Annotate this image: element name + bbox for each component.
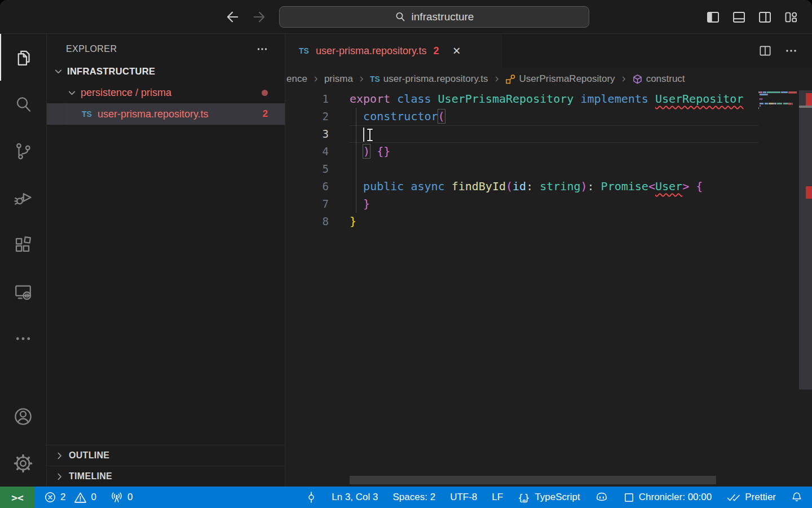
vscode-window: infrastructure xyxy=(0,0,812,508)
radio-tower-icon xyxy=(110,491,123,504)
error-marker xyxy=(806,186,812,199)
breadcrumb[interactable]: enceprismaTSuser-prisma.repository.tsUse… xyxy=(285,68,812,90)
class-symbol-icon xyxy=(505,74,516,85)
chevron-down-icon xyxy=(67,88,77,98)
breadcrumb-separator-icon xyxy=(312,75,320,83)
warning-icon xyxy=(74,491,87,504)
tree-indent-guide xyxy=(67,103,67,125)
tree-file-user-prisma-repository[interactable]: TS user-prisma.repository.ts 2 xyxy=(47,103,285,125)
file-label: user-prisma.repository.ts xyxy=(98,108,209,120)
extensions-icon[interactable] xyxy=(0,221,46,268)
typescript-file-icon: TS xyxy=(299,46,309,55)
tab-user-prisma-repository[interactable]: TS user-prisma.repository.ts 2 × xyxy=(285,34,502,68)
more-views-icon[interactable] xyxy=(0,315,46,362)
run-debug-icon[interactable] xyxy=(0,174,46,221)
problems-status[interactable]: 2 0 xyxy=(44,491,96,504)
encoding-status[interactable]: UTF-8 xyxy=(450,492,477,503)
chronicler-label: Chronicler: 00:00 xyxy=(639,492,712,503)
code-editor[interactable]: 12345678 export class UserPrismaReposito… xyxy=(285,90,812,487)
chevron-right-icon xyxy=(55,472,64,481)
breadcrumb-separator-icon xyxy=(620,75,628,83)
formatter-label: Prettier xyxy=(745,492,776,503)
language-label: TypeScript xyxy=(535,492,580,503)
outline-label: OUTLINE xyxy=(69,450,109,461)
mouse-ibeam-cursor xyxy=(365,128,374,142)
cursor-position-marker xyxy=(799,106,812,108)
breadcrumb-item[interactable]: ence xyxy=(286,73,307,85)
editor-group: TS user-prisma.repository.ts 2 × encepri… xyxy=(285,34,812,487)
search-value: infrastructure xyxy=(412,11,474,23)
warning-count: 0 xyxy=(91,492,96,503)
tree-root-infrastructure[interactable]: INFRASTRUCTURE xyxy=(47,60,285,82)
language-status[interactable]: {⊗} TypeScript xyxy=(518,492,580,503)
explorer-more-actions-icon[interactable] xyxy=(255,42,269,56)
command-center-search[interactable]: infrastructure xyxy=(279,6,589,28)
status-bar: >< 2 0 0 xyxy=(0,487,812,508)
typescript-file-icon: TS xyxy=(370,75,380,84)
sidebar-title: EXPLORER xyxy=(66,44,117,54)
breadcrumb-item[interactable]: UserPrismaRepository xyxy=(505,73,615,85)
chevron-right-icon xyxy=(55,451,64,461)
horizontal-scrollbar[interactable] xyxy=(350,476,716,484)
outline-section-header[interactable]: OUTLINE xyxy=(47,445,285,466)
cursor-position-status[interactable]: Ln 3, Col 3 xyxy=(305,491,378,503)
timeline-section-header[interactable]: TIMELINE xyxy=(47,466,285,487)
stop-square-icon xyxy=(623,492,635,503)
constructor-symbol-icon xyxy=(632,74,643,85)
explorer-sidebar: EXPLORER INFRASTRUCTURE persistence / pr… xyxy=(47,34,285,487)
toggle-primary-sidebar-button[interactable] xyxy=(704,8,722,26)
activity-bar xyxy=(0,34,47,487)
text-cursor xyxy=(363,128,364,142)
copilot-status[interactable] xyxy=(595,491,608,504)
overview-ruler-scrollbar[interactable] xyxy=(799,90,812,487)
breadcrumb-item[interactable]: prisma xyxy=(324,73,353,85)
timeline-label: TIMELINE xyxy=(69,471,112,481)
breadcrumb-separator-icon xyxy=(358,75,365,83)
cursor-position-label: Ln 3, Col 3 xyxy=(332,492,378,503)
title-bar: infrastructure xyxy=(0,0,812,34)
formatter-status[interactable]: Prettier xyxy=(726,491,776,503)
settings-gear-icon[interactable] xyxy=(0,440,46,487)
tab-label: user-prisma.repository.ts xyxy=(316,45,427,57)
remote-indicator[interactable]: >< xyxy=(0,487,35,508)
commit-icon xyxy=(305,491,317,503)
customize-layout-button[interactable] xyxy=(782,8,800,26)
editor-more-actions-icon[interactable] xyxy=(784,43,798,58)
chronicler-status[interactable]: Chronicler: 00:00 xyxy=(623,492,712,503)
explorer-icon[interactable] xyxy=(0,34,46,81)
navigate-forward-button[interactable] xyxy=(251,9,267,25)
folder-label: persistence / prisma xyxy=(81,87,171,99)
notifications-status[interactable] xyxy=(791,491,803,503)
file-problems-badge: 2 xyxy=(263,108,268,120)
tab-bar: TS user-prisma.repository.ts 2 × xyxy=(285,34,812,68)
line-number-gutter: 12345678 xyxy=(285,90,350,230)
code-line-2: constructor( xyxy=(350,108,758,125)
code-line-7: } xyxy=(350,195,758,213)
indentation-status[interactable]: Spaces: 2 xyxy=(393,492,436,503)
error-count: 2 xyxy=(60,492,65,503)
ports-status[interactable]: 0 xyxy=(110,491,133,504)
tree-folder-persistence-prisma[interactable]: persistence / prisma xyxy=(47,82,285,103)
toggle-panel-button[interactable] xyxy=(730,8,748,26)
scrollbar-slider[interactable] xyxy=(799,90,812,389)
toggle-secondary-sidebar-button[interactable] xyxy=(756,8,774,26)
code-line-8: } xyxy=(350,213,758,230)
breadcrumb-item[interactable]: construct xyxy=(632,73,685,85)
search-view-icon[interactable] xyxy=(0,81,46,128)
navigate-back-button[interactable] xyxy=(224,9,240,25)
eol-status[interactable]: LF xyxy=(492,492,503,503)
error-icon xyxy=(44,491,56,503)
double-check-icon xyxy=(726,491,741,503)
minimap[interactable] xyxy=(758,90,799,487)
breadcrumb-item[interactable]: TSuser-prisma.repository.ts xyxy=(370,73,488,85)
copilot-icon xyxy=(595,491,608,504)
remote-explorer-icon[interactable] xyxy=(0,268,46,315)
accounts-icon[interactable] xyxy=(0,393,46,440)
search-icon xyxy=(395,11,406,23)
code-line-6: public async findById(id: string): Promi… xyxy=(350,178,758,195)
split-editor-icon[interactable] xyxy=(758,43,773,58)
code-line-5 xyxy=(350,160,758,178)
source-control-icon[interactable] xyxy=(0,128,46,174)
code-line-1: export class UserPrismaRepository implem… xyxy=(350,90,758,108)
tab-close-icon[interactable]: × xyxy=(453,44,461,58)
